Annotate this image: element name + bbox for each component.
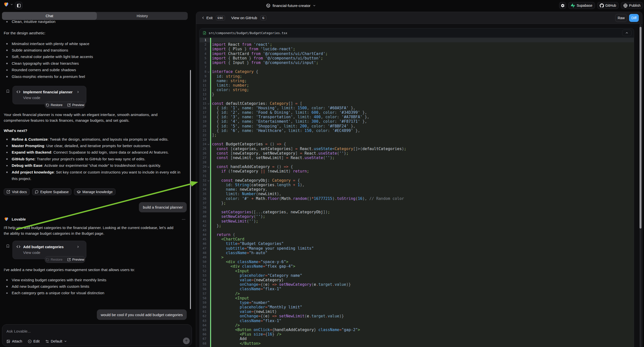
send-button[interactable] [183, 338, 190, 344]
code-line[interactable]: 27 const [newLimit, setNewLimit] = React… [200, 156, 634, 160]
fold-chevron-icon[interactable] [207, 71, 210, 74]
fold-chevron-icon[interactable] [207, 166, 210, 168]
code-line[interactable]: 42 }; [200, 224, 634, 228]
code-line[interactable]: 13} [200, 92, 634, 96]
code-line[interactable]: 21 { id: '6', name: 'Healthcare', limit:… [200, 128, 634, 133]
code-line[interactable]: 51 <div className="flex gap-4"> [200, 264, 634, 268]
code-scrollbar-thumb[interactable] [640, 27, 642, 228]
manage-knowledge-button[interactable]: Manage knowledge [74, 188, 115, 195]
code-editor[interactable]: 12import React from 'react';3import { Pl… [200, 38, 634, 347]
code-line[interactable]: 34 name: newCategory, [200, 187, 634, 192]
code-line[interactable]: 39 setCategories([...categories, newCate… [200, 210, 634, 214]
code-line[interactable]: 30 if (!newCategory || !newLimit) return… [200, 169, 634, 174]
code-line[interactable]: 59 type="number" [200, 300, 634, 305]
code-line[interactable]: 18 { id: '3', name: 'Transportation', li… [200, 115, 634, 119]
code-line[interactable]: 26 const [newCategory, setNewCategory] =… [200, 151, 634, 156]
diff-toggle-button[interactable]: Diff [629, 14, 639, 22]
model-selector[interactable]: Default [45, 339, 67, 343]
raw-toggle-button[interactable]: Raw [615, 14, 627, 22]
view-code-link[interactable]: View code [23, 250, 83, 255]
code-line[interactable]: 5import { Button } from '@/components/ui… [200, 56, 634, 60]
restore-button[interactable]: Restore [46, 103, 62, 107]
code-line[interactable]: 20 { id: '5', name: 'Shopping', limit: 2… [200, 124, 634, 128]
code-line[interactable]: 60 placeholder="Monthly limit" [200, 305, 634, 310]
explore-supabase-button[interactable]: Explore Supabase [32, 188, 72, 195]
fold-chevron-icon[interactable] [207, 102, 210, 105]
code-line[interactable]: 17 { id: '2', name: 'Food & Dining', lim… [200, 110, 634, 115]
composer[interactable]: Ask Lovable... Attach Edit Default [2, 324, 192, 346]
code-line[interactable]: 43 [200, 228, 634, 232]
code-line[interactable]: 35 limit: Number(newLimit), [200, 192, 634, 196]
settings-button[interactable] [559, 2, 566, 9]
code-line[interactable]: 3import { Plus } from 'lucide-react'; [200, 47, 634, 51]
code-line[interactable]: 64 /> [200, 323, 634, 328]
chevron-left-icon[interactable] [201, 16, 205, 20]
code-line[interactable]: 31 [200, 174, 634, 178]
github-button[interactable]: GitHub [597, 2, 619, 9]
code-line[interactable]: 66 <Plus size={16} /> [200, 332, 634, 336]
code-line[interactable]: 28 [200, 160, 634, 164]
code-line[interactable]: 25 const [categories, setCategories] = R… [200, 146, 634, 151]
bookmark-icon[interactable] [6, 244, 10, 248]
exit-button[interactable]: Exit [206, 16, 212, 20]
code-line[interactable]: 50 <div className="space-y-6"> [200, 260, 634, 264]
code-line[interactable]: 48 className="h-auto" [200, 251, 634, 255]
code-line[interactable]: 1 [200, 38, 634, 42]
preview-button[interactable]: Preview [67, 103, 84, 107]
code-line[interactable]: 67 Add [200, 336, 634, 341]
composer-placeholder[interactable]: Ask Lovable... [6, 329, 188, 334]
project-chevron-down-icon[interactable] [313, 4, 316, 7]
view-on-github-button[interactable]: View on GitHub [231, 16, 257, 20]
code-line[interactable]: 49 > [200, 255, 634, 260]
code-line[interactable]: 55 onChange={(e) => setNewCategory(e.tar… [200, 282, 634, 287]
code-line[interactable]: 14 [200, 96, 634, 101]
code-line[interactable]: 29 const handleAddCategory = () => { [200, 164, 634, 169]
code-line[interactable]: 19 { id: '4', name: 'Entertainment', lim… [200, 119, 634, 124]
fold-chevron-icon[interactable] [207, 143, 210, 146]
project-name[interactable]: financial-future-creator [272, 4, 310, 8]
code-line[interactable]: 9 id: string; [200, 74, 634, 79]
code-line[interactable]: 16 { id: '1', name: 'Housing', limit: 15… [200, 106, 634, 110]
code-line[interactable]: 41 setNewLimit(''); [200, 219, 634, 224]
code-line[interactable]: 47 subtitle="Manage your spending limits… [200, 246, 634, 251]
code-line[interactable]: 62 onChange={(e) => setNewLimit(e.target… [200, 314, 634, 318]
code-line[interactable]: 53 placeholder="Category name" [200, 273, 634, 278]
publish-button[interactable]: Publish [621, 2, 643, 9]
code-line[interactable]: 44 return ( [200, 232, 634, 237]
code-line[interactable]: 40 setNewCategory(''); [200, 214, 634, 219]
chevron-right-icon[interactable] [76, 90, 80, 94]
code-line[interactable]: 2import React from 'react'; [200, 42, 634, 47]
code-line[interactable]: 38 [200, 205, 634, 210]
code-line[interactable]: 6import { Input } from '@/components/ui/… [200, 60, 634, 65]
code-line[interactable]: 32 const newCategoryObj: Category = { [200, 178, 634, 183]
code-line[interactable]: 54 value={newCategory} [200, 278, 634, 282]
code-line[interactable]: 68 </Button> [200, 341, 634, 346]
restore-button-disabled[interactable]: Restore [46, 258, 62, 261]
code-line[interactable]: 23 [200, 138, 634, 142]
code-line[interactable]: 46 title="Budget Categories" [200, 242, 634, 246]
code-line[interactable]: 33 id: String(categories.length + 1), [200, 183, 634, 187]
visit-docs-button[interactable]: Visit docs [4, 188, 30, 195]
fold-chevron-icon[interactable] [207, 180, 210, 182]
attach-button[interactable]: Attach [6, 339, 22, 343]
code-line[interactable]: 12 color: string; [200, 88, 634, 92]
code-line[interactable]: 22]; [200, 133, 634, 138]
code-line[interactable]: 10 name: string; [200, 79, 634, 83]
collapse-file-button[interactable] [622, 30, 632, 36]
code-line[interactable]: 36 color: '#' + Math.floor(Math.random()… [200, 196, 634, 201]
code-line[interactable]: 61 value={newLimit} [200, 310, 634, 314]
code-line[interactable]: 56 className="flex-1" [200, 287, 634, 291]
code-line[interactable]: 15const defaultCategories: Category[] = … [200, 101, 634, 106]
supabase-button[interactable]: Supabase [568, 2, 595, 9]
code-line[interactable]: 58 <Input [200, 296, 634, 300]
file-header[interactable]: src/components/budget/BudgetCategories.t… [200, 28, 634, 38]
project-switcher[interactable]: financial-future-creator [266, 0, 316, 11]
code-line[interactable]: 24const BudgetCategories = () => { [200, 142, 634, 146]
code-line[interactable]: 45 <ChartCard [200, 237, 634, 242]
edit-mode-button[interactable]: Edit [28, 339, 40, 343]
chevron-right-icon[interactable] [76, 245, 80, 248]
code-line[interactable]: 4import ChartCard from '@/components/ui/… [200, 52, 634, 56]
code-line[interactable]: 63 className="flex-1" [200, 318, 634, 323]
code-line[interactable]: 65 <Button onClick={handleAddCategory} c… [200, 328, 634, 332]
code-line[interactable]: 37 }; [200, 201, 634, 205]
